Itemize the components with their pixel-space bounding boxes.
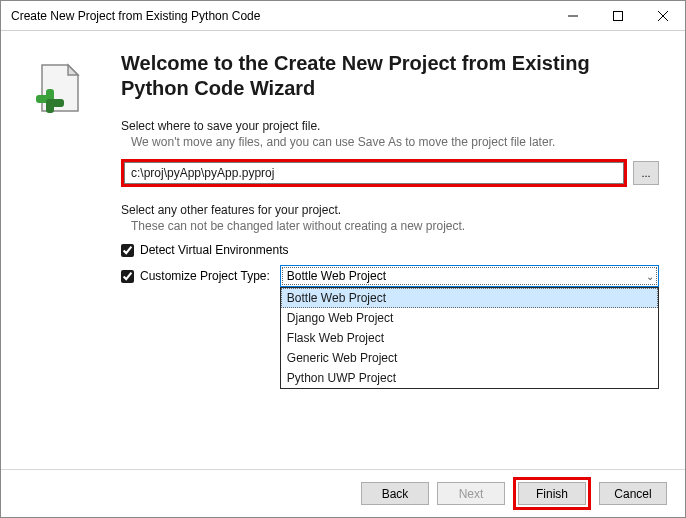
features-hint: These can not be changed later without c… [121,219,659,233]
titlebar: Create New Project from Existing Python … [1,1,685,31]
minimize-button[interactable] [550,1,595,30]
close-button[interactable] [640,1,685,30]
svg-rect-7 [46,99,54,113]
next-button: Next [437,482,505,505]
button-bar: Back Next Finish Cancel [1,469,685,517]
dropdown-item[interactable]: Django Web Project [281,308,658,328]
features-label: Select any other features for your proje… [121,203,659,217]
python-file-icon [26,59,86,119]
detect-env-label: Detect Virtual Environments [140,243,289,257]
project-type-list: Bottle Web Project Django Web Project Fl… [280,287,659,389]
dropdown-item[interactable]: Python UWP Project [281,368,658,388]
customize-type-checkbox[interactable] [121,270,134,283]
detect-env-checkbox[interactable] [121,244,134,257]
browse-button[interactable]: ... [633,161,659,185]
cancel-button[interactable]: Cancel [599,482,667,505]
save-location-label: Select where to save your project file. [121,119,659,133]
save-location-hint: We won't move any files, and you can use… [121,135,659,149]
dropdown-item[interactable]: Flask Web Project [281,328,658,348]
finish-button[interactable]: Finish [518,482,586,505]
window-title: Create New Project from Existing Python … [1,9,550,23]
content-area: Welcome to the Create New Project from E… [1,31,685,469]
customize-type-label: Customize Project Type: [140,269,270,283]
svg-rect-1 [613,11,622,20]
wizard-icon-column [1,31,111,469]
project-type-selected: Bottle Web Project [287,269,386,283]
dropdown-item[interactable]: Bottle Web Project [281,288,658,308]
maximize-button[interactable] [595,1,640,30]
project-path-input[interactable] [124,162,624,184]
wizard-heading: Welcome to the Create New Project from E… [121,51,659,101]
wizard-main: Welcome to the Create New Project from E… [111,31,685,469]
chevron-down-icon: ⌄ [646,271,654,282]
dropdown-item[interactable]: Generic Web Project [281,348,658,368]
project-type-dropdown[interactable]: Bottle Web Project ⌄ [280,265,659,287]
back-button[interactable]: Back [361,482,429,505]
finish-highlight: Finish [513,477,591,510]
project-path-highlight [121,159,627,187]
